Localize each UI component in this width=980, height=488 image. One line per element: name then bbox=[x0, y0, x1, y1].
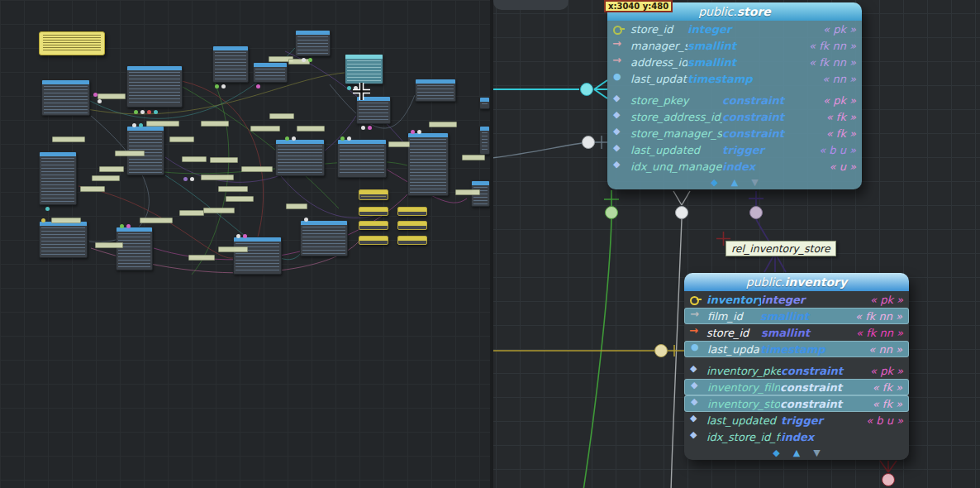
relationship-line-red[interactable] bbox=[880, 461, 897, 472]
connection-point-dot[interactable] bbox=[41, 218, 45, 222]
relationship-label-chip[interactable] bbox=[52, 136, 85, 142]
mini-table[interactable] bbox=[300, 220, 348, 256]
connection-point-dot[interactable] bbox=[308, 58, 312, 62]
column-row[interactable]: address_idsmallint« fk nn » bbox=[607, 54, 862, 70]
relationship-label-chip[interactable] bbox=[169, 136, 194, 142]
object-row[interactable]: idx_unq_manager_staff_idindex« u » bbox=[607, 158, 862, 175]
connection-point-dot[interactable] bbox=[368, 126, 372, 130]
connection-point-dot[interactable] bbox=[340, 136, 345, 141]
connection-point-dot[interactable] bbox=[147, 110, 151, 114]
relationship-point-pink[interactable] bbox=[882, 473, 895, 486]
mini-table[interactable] bbox=[356, 96, 391, 124]
object-row[interactable]: last_updatedtrigger« b u » bbox=[684, 412, 909, 428]
expand-triangle-down-icon[interactable]: ▼ bbox=[751, 177, 758, 188]
mini-table[interactable] bbox=[253, 62, 288, 83]
attribs-toggle-diamond-icon[interactable]: ◆ bbox=[711, 177, 717, 188]
collapse-triangle-up-icon[interactable]: ▲ bbox=[793, 447, 800, 458]
connection-point-dot[interactable] bbox=[183, 177, 188, 181]
column-row[interactable]: manager_staff_idsmallint« fk nn » bbox=[607, 37, 862, 54]
sticky-note[interactable] bbox=[39, 31, 105, 55]
mini-table[interactable] bbox=[337, 139, 387, 178]
relationship-label-chip[interactable] bbox=[455, 189, 480, 195]
relationship-label-chip[interactable] bbox=[210, 157, 238, 163]
mini-table[interactable] bbox=[41, 79, 90, 116]
column-row[interactable]: inventory_idinteger« pk » bbox=[684, 291, 909, 308]
connection-point-dot[interactable] bbox=[154, 110, 158, 114]
connection-point-dot[interactable] bbox=[126, 224, 131, 228]
connection-point-dot[interactable] bbox=[120, 224, 124, 228]
connection-point-dot[interactable] bbox=[190, 177, 194, 181]
connection-point-dot[interactable] bbox=[243, 234, 247, 238]
relationship-label-chip[interactable] bbox=[226, 196, 254, 202]
object-row[interactable]: last_updatedtrigger« b u » bbox=[607, 141, 862, 158]
relationship-label-chip[interactable] bbox=[140, 218, 173, 223]
relationship-label-chip[interactable] bbox=[388, 141, 410, 147]
diagram-overview-panel[interactable] bbox=[0, 0, 490, 488]
relationship-point-cyan[interactable] bbox=[580, 83, 593, 96]
connection-point-dot[interactable] bbox=[292, 136, 296, 141]
relationship-label-chip[interactable] bbox=[429, 122, 457, 127]
relationship-label-chip[interactable] bbox=[462, 155, 485, 160]
column-row[interactable]: last_updatetimestamp« nn » bbox=[607, 70, 862, 87]
relationship-label-chip[interactable] bbox=[146, 121, 179, 127]
mini-table[interactable] bbox=[212, 45, 249, 83]
mini-table[interactable] bbox=[345, 54, 383, 84]
connection-point-dot[interactable] bbox=[236, 234, 240, 238]
relationship-label-chip[interactable] bbox=[269, 113, 294, 119]
relationship-label-chip[interactable] bbox=[182, 156, 207, 162]
connection-point-dot[interactable] bbox=[215, 84, 219, 89]
connection-point-dot[interactable] bbox=[134, 110, 138, 114]
connection-point-dot[interactable] bbox=[256, 84, 260, 89]
mini-table[interactable] bbox=[275, 139, 325, 176]
relationship-point-white[interactable] bbox=[582, 136, 595, 149]
column-row[interactable]: store_idinteger« pk » bbox=[607, 21, 862, 37]
mini-table[interactable] bbox=[397, 221, 427, 230]
mini-table[interactable] bbox=[359, 221, 388, 230]
table-inventory-header[interactable]: public.inventory bbox=[684, 273, 909, 291]
table-inventory[interactable]: public.inventory inventory_idinteger« pk… bbox=[684, 273, 909, 460]
diagram-detail-panel[interactable]: public.store store_idinteger« pk »manage… bbox=[493, 0, 980, 488]
relationship-label-chip[interactable] bbox=[115, 151, 145, 156]
mini-table[interactable] bbox=[397, 236, 427, 245]
connection-point-dot[interactable] bbox=[98, 99, 102, 103]
relationship-label-chip[interactable] bbox=[201, 175, 234, 180]
relationship-label-chip[interactable] bbox=[286, 203, 307, 209]
mini-table[interactable] bbox=[233, 237, 282, 275]
mini-table[interactable] bbox=[359, 207, 388, 216]
connection-point-dot[interactable] bbox=[132, 123, 136, 127]
relationship-label-chip[interactable] bbox=[250, 126, 280, 132]
relationship-label-chip[interactable] bbox=[218, 186, 248, 192]
relationship-label-chip[interactable] bbox=[99, 166, 124, 172]
mini-table[interactable] bbox=[39, 221, 88, 258]
relationship-label-chip[interactable] bbox=[297, 126, 325, 132]
connection-point-dot[interactable] bbox=[417, 130, 421, 134]
mini-table[interactable] bbox=[415, 79, 456, 102]
relationship-line-purple[interactable] bbox=[749, 191, 786, 272]
collapse-triangle-up-icon[interactable]: ▲ bbox=[731, 177, 738, 188]
relationship-label-chip[interactable] bbox=[241, 166, 273, 172]
connection-point-dot[interactable] bbox=[45, 207, 50, 211]
connection-point-dot[interactable] bbox=[302, 58, 306, 62]
connection-point-dot[interactable] bbox=[93, 93, 98, 97]
connection-point-dot[interactable] bbox=[347, 86, 351, 90]
column-row[interactable]: store_idsmallint« fk nn » bbox=[684, 324, 909, 341]
object-row[interactable]: inventory_pkeyconstraint« pk » bbox=[684, 362, 909, 379]
connection-point-dot[interactable] bbox=[411, 130, 415, 134]
connection-point-dot[interactable] bbox=[221, 84, 226, 89]
relationship-line-green[interactable] bbox=[583, 190, 619, 488]
connection-point-dot[interactable] bbox=[285, 136, 289, 141]
relationship-point-yellow[interactable] bbox=[654, 344, 668, 357]
object-row[interactable]: store_address_id_fkeyconstraint« fk » bbox=[607, 108, 862, 125]
overview-relationship-curve[interactable] bbox=[90, 48, 295, 118]
connection-point-dot[interactable] bbox=[304, 218, 308, 222]
mini-table[interactable] bbox=[116, 227, 153, 270]
object-row[interactable]: inventory_store_id_fkeyconstraint« fk » bbox=[684, 395, 909, 412]
object-row[interactable]: store_manager_staff_id_fkeyconstraint« f… bbox=[607, 125, 862, 141]
connection-point-dot[interactable] bbox=[139, 123, 143, 127]
mini-table[interactable] bbox=[126, 65, 183, 108]
relationship-label-chip[interactable] bbox=[203, 208, 235, 213]
relationship-label-chip[interactable] bbox=[201, 121, 229, 127]
mini-table[interactable] bbox=[479, 97, 490, 109]
mini-table[interactable] bbox=[39, 151, 77, 205]
mini-table[interactable] bbox=[295, 30, 331, 56]
